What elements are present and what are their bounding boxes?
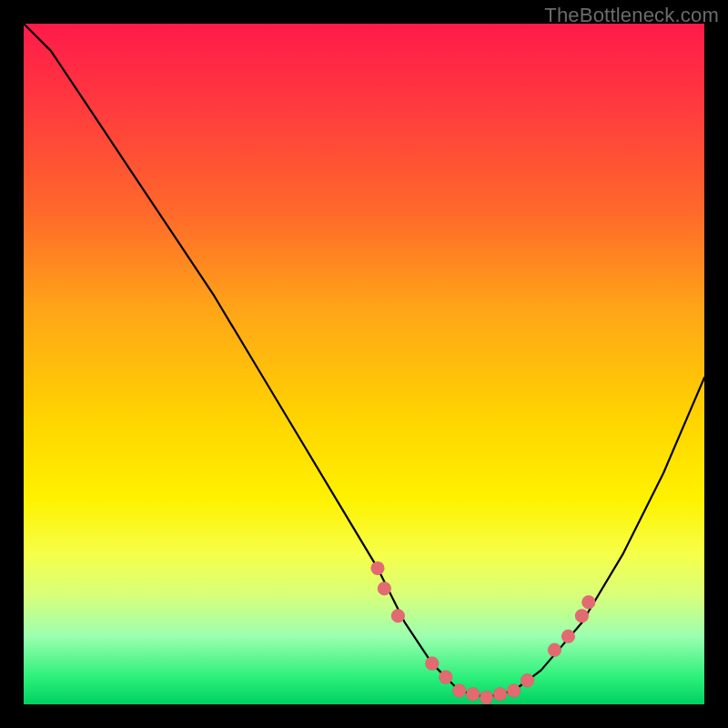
- curve-layer: [24, 24, 704, 704]
- curve-dot: [480, 691, 493, 704]
- curve-dot: [521, 673, 534, 687]
- curve-dot: [452, 684, 466, 698]
- attribution-text: TheBottleneck.com: [544, 4, 719, 27]
- curve-dot: [507, 684, 521, 698]
- curve-dot: [548, 643, 561, 657]
- curve-dot: [439, 671, 452, 684]
- chart-frame: TheBottleneck.com: [0, 0, 728, 728]
- curve-dot: [466, 687, 480, 701]
- curve-dot: [391, 609, 405, 622]
- curve-dot: [493, 687, 507, 701]
- curve-dots: [371, 561, 596, 704]
- bottleneck-curve: [24, 24, 704, 698]
- curve-dot: [575, 609, 589, 622]
- plot-area: [24, 24, 704, 704]
- curve-dot: [581, 595, 595, 609]
- curve-dot: [371, 561, 385, 575]
- curve-dot: [561, 630, 575, 643]
- curve-dot: [378, 581, 391, 595]
- curve-dot: [425, 657, 439, 671]
